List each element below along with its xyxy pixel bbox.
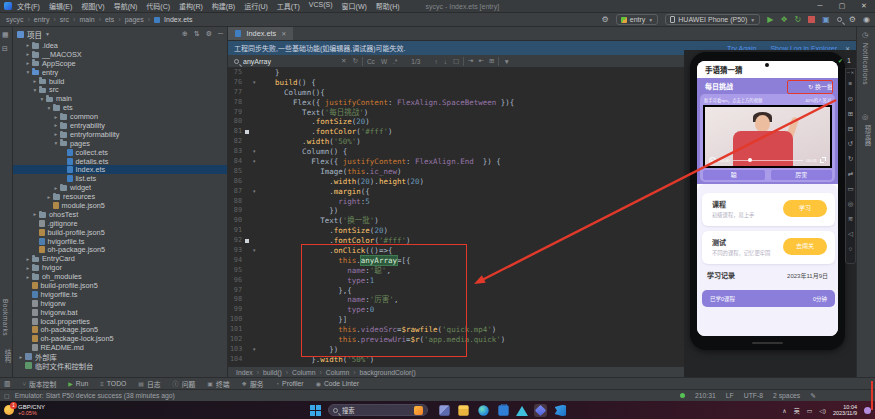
refresh-button[interactable]: ↻ 换一批 [808,82,833,91]
tree-item[interactable]: hvigorw [13,299,227,308]
video-player[interactable]: ▶ 00:00 00:01 [703,105,832,168]
tool-window-todo[interactable]: ≡TODO [100,380,126,387]
lock-icon[interactable]: ✎ [810,392,816,400]
fold-icon[interactable]: ▾ [253,147,256,157]
tree-item[interactable]: ▸common [13,112,227,121]
run-icon[interactable]: ▶ [767,15,773,24]
project-tool-icon[interactable]: ▦ [2,31,9,39]
search-toggle-W[interactable]: W [381,58,387,65]
search-history-icon[interactable]: ↻ [352,57,357,65]
tree-item[interactable]: ▸ohosTest [13,210,227,219]
tool-window-lint[interactable]: ◉Code Linter [316,380,359,387]
tree-item[interactable]: ▸oh_modules [13,272,227,281]
seek-bar[interactable] [733,160,803,161]
answer-button[interactable]: 厉害 [771,170,833,180]
collapse-icon[interactable]: ▾ [31,87,39,93]
select-in-scope-icon[interactable]: ⊞ [489,57,494,65]
deveco-device-tool-icon[interactable] [515,404,528,417]
expand-icon[interactable]: ▸ [52,114,60,120]
volume-down-icon[interactable]: ⊟ [846,121,855,136]
weather-widget[interactable]: 1 GBP/CNY +0.05% [4,404,45,417]
expand-icon[interactable]: ▸ [24,256,32,262]
tree-item[interactable]: ▸build [13,77,227,86]
close-icon[interactable]: ✕ [853,2,875,10]
volume-icon[interactable]: ◁) [819,407,826,414]
answer-button[interactable]: 聪 [703,170,765,180]
search-input[interactable]: anyArray [243,58,271,65]
commit-tool-icon[interactable]: ⊟ [2,45,8,53]
home-icon[interactable]: ○ [846,241,855,256]
fold-icon[interactable]: ▾ [253,157,256,167]
tree-item[interactable]: ▾src [13,85,227,94]
tool-window-profiler[interactable]: ◔Profiler [275,380,303,387]
tab-index-ets[interactable]: Index.ets ✕ [228,27,293,40]
device-selector[interactable]: HUAWEI Phone (P50) ▼ [665,14,760,25]
tree-item[interactable]: ▾main [13,94,227,103]
collapse-icon[interactable]: ▾ [52,140,60,146]
expand-icon[interactable]: ▸ [31,78,39,84]
tree-item[interactable]: ▸.idea [13,41,227,50]
power-icon[interactable]: ⊙ [846,91,855,106]
expand-icon[interactable]: ▸ [52,185,60,191]
breadcrumb-item[interactable]: Index.ets [164,16,192,23]
tray-expand-icon[interactable]: ∧ [782,407,786,414]
menu-item[interactable]: 重构(R) [179,1,203,11]
menu-item[interactable]: 运行(U) [244,1,268,11]
task-view-icon[interactable] [438,404,451,417]
profile-icon[interactable]: ↻ [795,15,802,24]
previewer-tab[interactable]: 预览器 [862,125,872,146]
locate-file-icon[interactable]: ⊕ [182,30,188,38]
tree-item[interactable]: ▸__MACOSX [13,50,227,59]
add-selection-icon[interactable]: ⇥ [468,57,473,65]
notification-dot-icon[interactable] [864,407,871,414]
chevron-down-icon[interactable]: ▼ [45,31,50,37]
start-button[interactable] [310,405,321,416]
tree-item[interactable]: ▸widget [13,183,227,192]
run-config-selector[interactable]: entry ▼ [616,14,659,25]
volume-up-icon[interactable]: ⊞ [846,106,855,121]
menu-item[interactable]: VCS(S) [309,1,333,11]
touch-keyboard-icon[interactable]: ▭ [807,407,813,414]
breadcrumb-item[interactable]: src [60,16,69,23]
menu-item[interactable]: 代码(C) [146,1,170,11]
expand-icon[interactable]: ▸ [45,194,53,200]
tree-item[interactable]: build-profile.json5 [13,228,227,237]
expand-icon[interactable]: ▸ [31,211,39,217]
menu-item[interactable]: 文件(F) [17,1,40,11]
editor-breadcrumb-item[interactable]: build() [263,369,282,376]
expand-icon[interactable]: ▸ [52,122,60,128]
caret-position[interactable]: 210:31 [695,392,716,399]
account-icon[interactable]: ◉ [863,15,870,24]
tree-item[interactable]: ▸hvigor [13,263,227,272]
bookmarks-tab[interactable]: Bookmarks [2,299,9,336]
menu-item[interactable]: 导航(N) [114,1,138,11]
edge-icon[interactable] [477,404,490,417]
editor-breadcrumb-item[interactable]: Column [326,369,349,376]
tree-item[interactable]: ▸entryformability [13,130,227,139]
indent-setting[interactable]: 2 spaces [773,392,800,399]
card-action-button[interactable]: 学习 [783,200,827,217]
minimize-icon[interactable]: ─ [809,2,831,10]
gutter-mark[interactable] [245,239,249,243]
collapse-all-icon[interactable]: ⇅ [194,30,200,38]
tree-item[interactable]: ▾ets [13,103,227,112]
prev-match-icon[interactable]: ↑ [434,58,437,65]
fold-icon[interactable]: ▾ [253,78,256,88]
settings-gear-icon[interactable]: ⚙ [849,15,856,24]
panel-settings-icon[interactable]: ⚙ [206,30,212,38]
location-icon[interactable]: ◎ [846,196,855,211]
menu-item[interactable]: 视图(V) [81,1,104,11]
line-separator[interactable]: LF [726,392,734,399]
debug-icon[interactable]: ❖ [780,15,787,24]
microsoft-store-icon[interactable] [497,404,510,417]
tool-window-log[interactable]: ▤日志 [138,379,160,389]
expand-icon[interactable]: ▸ [24,265,32,271]
breadcrumb-item[interactable]: entry [34,16,50,23]
hide-panel-icon[interactable]: ─ [218,30,223,38]
tree-item[interactable]: list.ets [13,174,227,183]
collapse-icon[interactable]: ▾ [38,96,46,102]
collapse-icon[interactable]: ▾ [45,105,53,111]
tree-item[interactable]: Index.ets [13,165,227,174]
tree-item[interactable]: local.properties [13,317,227,326]
expand-icon[interactable]: ▸ [24,42,32,48]
